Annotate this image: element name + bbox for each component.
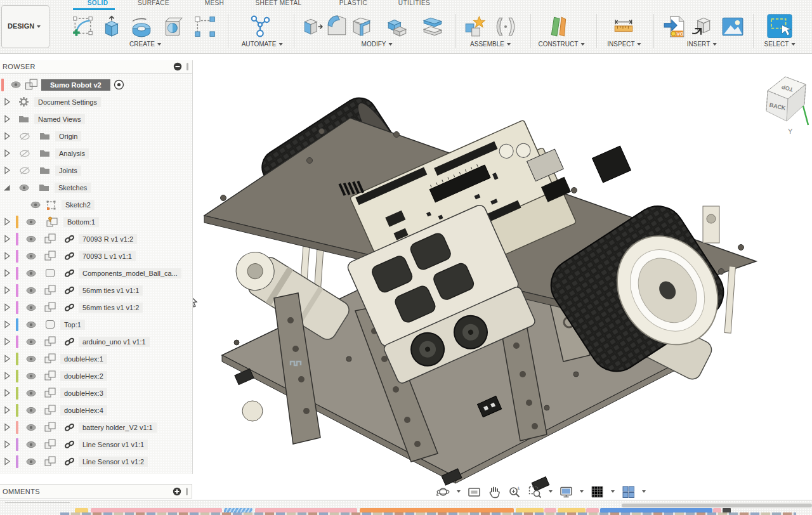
expand-arrow-icon[interactable] [4, 98, 11, 106]
browser-row-origin[interactable]: Origin [0, 127, 192, 145]
select-group-label[interactable]: SELECT [764, 41, 796, 48]
browser-item-label[interactable]: 70093 L v1 v1:1 [79, 251, 136, 261]
chevron-down-icon[interactable] [580, 490, 584, 493]
insert-group-label[interactable]: INSERT [687, 41, 717, 48]
browser-item-label[interactable]: 56mm ties v1 v1:1 [79, 285, 143, 296]
eye-icon[interactable] [26, 355, 36, 363]
browser-row-sketches[interactable]: Sketches [0, 179, 192, 196]
browser-item-label[interactable]: doubleHex:3 [60, 388, 107, 398]
combine-button[interactable] [386, 15, 409, 38]
press-pull-button[interactable] [301, 15, 324, 38]
eye-icon[interactable] [26, 252, 36, 260]
browser-row-doublehex1[interactable]: doubleHex:1 [0, 350, 192, 367]
root-component-label[interactable]: Sumo Robot v2 [41, 79, 110, 91]
browser-row-70093l[interactable]: 70093 L v1 v1:1 [0, 247, 192, 264]
hole-button[interactable] [162, 15, 185, 38]
browser-item-label[interactable]: battery holder_V2 v1:1 [79, 422, 157, 433]
new-component-button[interactable] [464, 15, 487, 38]
viewports-icon[interactable] [622, 485, 635, 499]
eye-icon[interactable] [26, 270, 36, 277]
browser-row-ball-caster[interactable]: Components_model_Ball_ca... [0, 264, 192, 282]
expand-arrow-icon[interactable] [4, 389, 11, 397]
browser-item-label[interactable]: Analysis [55, 148, 89, 159]
browser-item-label[interactable]: Sketches [55, 183, 91, 193]
browser-row-doublehex3[interactable]: doubleHex:3 [0, 384, 192, 401]
browser-row-doublehex4[interactable]: doubleHex:4 [0, 401, 192, 419]
expand-arrow-icon[interactable] [4, 303, 11, 311]
joint-button[interactable] [494, 15, 517, 38]
eye-icon[interactable] [26, 338, 36, 346]
measure-button[interactable] [612, 15, 635, 38]
extrude-button[interactable] [100, 15, 123, 38]
eye-icon[interactable] [19, 184, 29, 192]
tab-mesh[interactable]: MESH [205, 0, 225, 6]
orbit-icon[interactable] [436, 485, 450, 499]
browser-item-label[interactable]: doubleHex:4 [60, 405, 107, 415]
browser-item-label[interactable]: Bottom:1 [63, 217, 99, 227]
browser-row-root[interactable]: Sumo Robot v2 [0, 76, 192, 93]
browser-item-label[interactable]: doubleHex:1 [60, 354, 107, 364]
design-menu-dropdown[interactable]: DESIGN [1, 5, 49, 48]
browser-item-label[interactable]: arduino_uno v1 v1:1 [79, 337, 150, 347]
tab-solid[interactable]: SOLID [88, 0, 108, 6]
expand-arrow-icon[interactable] [4, 337, 11, 346]
browser-item-label[interactable]: Line Sensor v1 v1:2 [79, 457, 148, 467]
tab-surface[interactable]: SURFACE [138, 0, 169, 6]
shell-button[interactable] [350, 15, 373, 38]
browser-row-joints[interactable]: Joints [0, 162, 192, 179]
construct-plane-button[interactable] [547, 15, 570, 38]
eye-hidden-icon[interactable] [20, 150, 30, 157]
chevron-down-icon[interactable] [549, 490, 553, 493]
browser-row-bottom1[interactable]: Bottom:1 [0, 213, 192, 230]
browser-item-label[interactable]: Sketch2 [62, 200, 95, 210]
expand-arrow-icon[interactable] [4, 406, 11, 414]
eye-icon[interactable] [11, 81, 21, 88]
eye-icon[interactable] [26, 407, 36, 414]
eye-icon[interactable] [26, 424, 36, 431]
browser-item-label[interactable]: doubleHex:2 [60, 371, 107, 381]
revolve-button[interactable] [130, 15, 153, 38]
collapse-arrow-icon[interactable] [3, 184, 11, 192]
browser-item-label[interactable]: Line Sensor v1 v1:1 [79, 440, 148, 450]
browser-item-label[interactable]: Document Settings [34, 97, 101, 107]
browser-row-56mm-ties-2[interactable]: 56mm ties v1 v1:2 [0, 299, 192, 316]
pan-icon[interactable] [488, 485, 501, 499]
automate-group-label[interactable]: AUTOMATE [242, 41, 283, 48]
look-at-icon[interactable] [468, 485, 481, 499]
chevron-down-icon[interactable] [457, 490, 461, 493]
grid-settings-icon[interactable] [591, 485, 604, 499]
expand-comments-icon[interactable] [173, 487, 181, 496]
eye-icon[interactable] [26, 304, 36, 311]
create-group-label[interactable]: CREATE [129, 41, 161, 48]
fillet-button[interactable] [325, 15, 348, 38]
automate-button[interactable] [249, 15, 272, 38]
browser-row-named-views[interactable]: Named Views [0, 110, 192, 127]
expand-arrow-icon[interactable] [4, 440, 11, 448]
expand-arrow-icon[interactable] [4, 166, 11, 174]
expand-arrow-icon[interactable] [4, 149, 11, 157]
browser-row-56mm-ties-1[interactable]: 56mm ties v1 v1:1 [0, 282, 192, 299]
eye-icon[interactable] [26, 458, 36, 466]
expand-arrow-icon[interactable] [4, 115, 11, 123]
browser-panel-header[interactable]: ROWSER [0, 60, 192, 74]
browser-item-label[interactable]: Origin [55, 131, 81, 141]
inspect-group-label[interactable]: INSPECT [607, 41, 641, 48]
browser-item-label[interactable]: 70093 R v1 v1:2 [79, 234, 137, 244]
panel-drag-handle[interactable] [187, 63, 188, 70]
browser-row-doublehex2[interactable]: doubleHex:2 [0, 367, 192, 384]
browser-row-line-sensor-1[interactable]: Line Sensor v1 v1:1 [0, 436, 192, 453]
expand-arrow-icon[interactable] [4, 355, 11, 363]
browser-item-label[interactable]: Top:1 [60, 320, 85, 330]
timeline-scrollbar[interactable] [622, 504, 812, 507]
eye-hidden-icon[interactable] [20, 133, 30, 140]
tab-sheet-metal[interactable]: SHEET METAL [256, 0, 302, 6]
browser-row-document-settings[interactable]: Document Settings [0, 93, 192, 110]
expand-arrow-icon[interactable] [4, 218, 11, 226]
expand-arrow-icon[interactable] [4, 269, 11, 277]
expand-arrow-icon[interactable] [4, 235, 11, 243]
browser-row-line-sensor-2[interactable]: Line Sensor v1 v1:2 [0, 453, 192, 470]
browser-item-label[interactable]: Components_model_Ball_ca... [79, 268, 181, 278]
chevron-down-icon[interactable] [611, 490, 615, 493]
viewport-3d-canvas[interactable] [190, 95, 774, 492]
expand-arrow-icon[interactable] [4, 286, 11, 294]
